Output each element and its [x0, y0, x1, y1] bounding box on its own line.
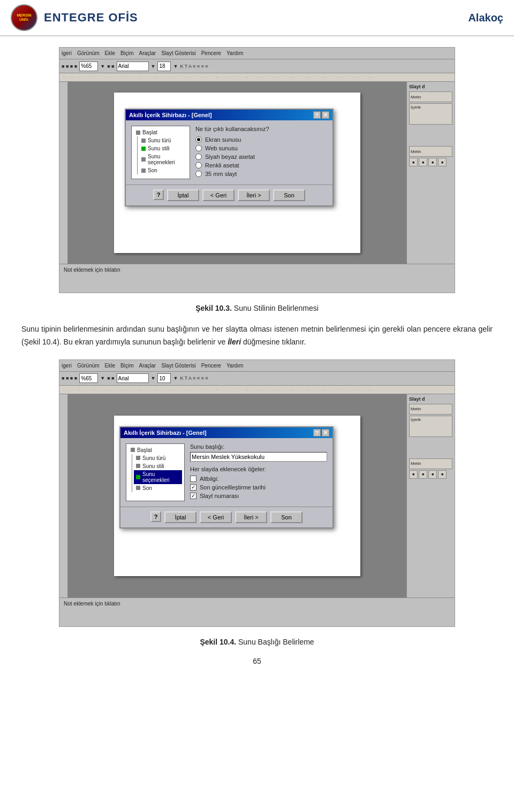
radio-option-5[interactable]: 35 mm slayt — [195, 171, 327, 177]
nav-item-end-2[interactable]: Son — [134, 484, 182, 492]
zoom-input-2[interactable] — [79, 373, 98, 383]
nav-item-type[interactable]: Sunu türü — [139, 136, 187, 144]
toolbar-2: ■ ■ ■ ■ ▼ ■ ■ ▼ ▼ K T A ≡ ≡ ≡ ≡ — [59, 372, 455, 386]
checkbox-label-guncellestirme: Son güncellleştirme tarihi — [200, 484, 266, 491]
menu-item[interactable]: igeri — [62, 50, 72, 56]
nav-label-type-2: Sunu türü — [142, 455, 165, 461]
fontsize-input[interactable] — [157, 62, 171, 71]
font-input[interactable] — [117, 62, 149, 71]
font-input-2[interactable] — [117, 373, 149, 383]
slide-main-2: Akıllı İçerik Sihirbazı - [Genel] ? ✕ — [68, 394, 406, 597]
nav-item-start[interactable]: Başlat — [134, 128, 187, 136]
nav-item-style-2[interactable]: Sunu stili — [134, 462, 182, 470]
finish-button-1[interactable]: Son — [273, 189, 305, 201]
menu-item2[interactable]: igeri — [62, 363, 72, 369]
fontsize-input-2[interactable] — [157, 373, 171, 383]
nav-item-end[interactable]: Son — [139, 166, 187, 174]
nav-item-style[interactable]: Sunu stili — [139, 144, 187, 152]
nav-item-options-2[interactable]: Sunu seçenekleri — [134, 470, 182, 484]
nav-item-type-2[interactable]: Sunu türü — [134, 454, 182, 462]
next-button-1[interactable]: İleri > — [238, 189, 270, 201]
dialog-close-btn-2[interactable]: ✕ — [322, 429, 329, 436]
radio-option-4[interactable]: Renkli asetat — [195, 162, 327, 168]
checkbox-slayt-numarasi[interactable]: ✓ Slayt numarası — [190, 493, 327, 499]
menu-item2[interactable]: Yardım — [226, 363, 244, 369]
checkbox-box-guncellestirme[interactable]: ✓ — [190, 484, 196, 491]
right-panel-metin1: Metin — [409, 91, 452, 102]
app-title: ENTEGRE OFİS — [44, 11, 138, 25]
fontsize-dropdown[interactable]: ▼ — [173, 64, 178, 69]
checkbox-box-altbilgi[interactable] — [190, 476, 196, 482]
radio-web[interactable] — [195, 145, 202, 151]
menu-item2[interactable]: Ekle — [105, 363, 115, 369]
nav-tree-1: Başlat Sunu türü — [132, 126, 190, 177]
toolbar2-icons: ■ ■ ■ ■ — [62, 376, 77, 381]
menu-item2[interactable]: Biçim — [120, 363, 133, 369]
radio-siyah[interactable] — [195, 154, 202, 160]
menu-item[interactable]: Slayt Gösterisi — [161, 50, 195, 56]
nav-item-start-2[interactable]: Başlat — [128, 446, 182, 454]
right-panel-metin2-1: Metin — [409, 404, 452, 415]
check-mark-slayt: ✓ — [191, 493, 195, 499]
dialog-nav-2: Başlat Sunu türü — [126, 443, 185, 501]
radio-option-3[interactable]: Siyah beyaz asetat — [195, 154, 327, 160]
slide-canvas-2: Akıllı İçerik Sihirbazı - [Genel] ? ✕ — [114, 416, 360, 576]
right-panel-title-slayt: Slayt d — [409, 84, 452, 89]
nav-dot-start — [136, 131, 140, 135]
back-button-1[interactable]: < Geri — [202, 189, 235, 201]
menu-item[interactable]: Yardım — [226, 50, 244, 56]
dialog-nav-1: Başlat Sunu türü — [131, 126, 190, 179]
menu-item[interactable]: Biçim — [120, 50, 133, 56]
dialog-title-buttons-2: ? ✕ — [313, 429, 329, 436]
left-panel — [59, 82, 68, 264]
slide-area-1: Akıllı İçerik Sihirbazı - [Genel] ? ✕ — [59, 82, 455, 264]
university-logo: MERSİNÜNİV. — [11, 4, 37, 31]
fontsize-dropdown-2[interactable]: ▼ — [173, 376, 178, 381]
radio-option-1[interactable]: Ekran sunusu — [195, 136, 327, 143]
caption-2-label: Şekil 10.4. — [200, 638, 236, 646]
ruler-2: · · · · · · · · · · · · · · · · · · · · … — [59, 386, 455, 394]
radio-renkli[interactable] — [195, 162, 202, 168]
toolbar-format-icons: K T A ≡ ≡ ≡ ≡ — [180, 64, 208, 69]
nav-tree-2: Başlat Sunu türü — [126, 444, 184, 494]
dialog-help-btn-2[interactable]: ? — [313, 429, 321, 436]
menu-item2[interactable]: Slayt Gösterisi — [161, 363, 195, 369]
cancel-button-1[interactable]: İptal — [167, 189, 199, 201]
font-dropdown-2[interactable]: ▼ — [151, 376, 156, 381]
dialog-title-2: Akıllı İçerik Sihirbazı - [Genel] — [124, 430, 207, 436]
toolbar2-format-icons: K T A ≡ ≡ ≡ ≡ — [180, 376, 208, 381]
dialog-help-btn[interactable]: ? — [313, 111, 321, 119]
back-button-2[interactable]: < Geri — [200, 511, 232, 523]
font-dropdown[interactable]: ▼ — [151, 64, 156, 69]
radio-ekran[interactable] — [195, 136, 202, 143]
title-input[interactable] — [190, 452, 327, 462]
checkbox-altbilgi[interactable]: Altbilgi: — [190, 476, 327, 482]
statusbar-2: Not eklemek için tıklatın — [59, 597, 455, 609]
dialog-1: Akıllı İçerik Sihirbazı - [Genel] ? ✕ — [125, 109, 334, 206]
body-paragraph: Sunu tipinin belirlenmesinin ardından su… — [21, 323, 493, 349]
help-button-1[interactable]: ? — [153, 189, 164, 200]
menubar-1: igeri Görünüm Ekle Biçim Araçlar Slayt G… — [59, 48, 455, 59]
radio-option-2[interactable]: Web sunusu — [195, 145, 327, 151]
menu-item[interactable]: Ekle — [105, 50, 115, 56]
page-number: 65 — [21, 657, 493, 665]
menu-item2[interactable]: Görünüm — [77, 363, 100, 369]
nav-item-options[interactable]: Sunu seçenekleri — [139, 152, 187, 166]
zoom-input[interactable] — [79, 62, 98, 71]
menu-item2[interactable]: Pencere — [201, 363, 221, 369]
menu-item[interactable]: Pencere — [201, 50, 221, 56]
dialog-close-btn[interactable]: ✕ — [322, 111, 329, 119]
checkbox-son-guncellestirme[interactable]: ✓ Son güncellleştirme tarihi — [190, 484, 327, 491]
menu-item[interactable]: Araçlar — [139, 50, 156, 56]
checkbox-box-slayt[interactable]: ✓ — [190, 493, 196, 499]
menu-item2[interactable]: Araçlar — [139, 363, 156, 369]
dialog-title-buttons: ? ✕ — [313, 111, 329, 119]
next-button-2[interactable]: İleri > — [235, 511, 267, 523]
radio-label-renkli: Renkli asetat — [205, 162, 239, 168]
radio-35mm[interactable] — [195, 171, 202, 177]
radio-label-siyah: Siyah beyaz asetat — [205, 154, 255, 160]
finish-button-2[interactable]: Son — [270, 511, 303, 523]
menu-item[interactable]: Görünüm — [77, 50, 100, 56]
cancel-button-2[interactable]: İptal — [164, 511, 196, 523]
help-button-2[interactable]: ? — [150, 511, 161, 522]
